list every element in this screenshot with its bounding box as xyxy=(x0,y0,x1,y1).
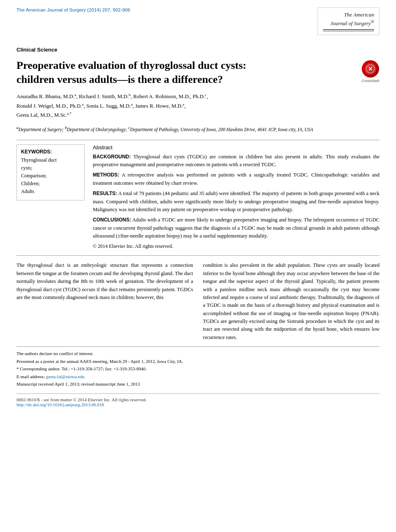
keywords-col: KEYWORDS: Thyroglossal duct cysts; Compa… xyxy=(16,144,85,250)
abstract-title: Abstract xyxy=(93,144,380,151)
journal-citation-link[interactable]: The American Journal of Surgery (2014) 2… xyxy=(16,7,130,12)
journal-logo-title: The American Journal of Surgery® xyxy=(323,11,374,28)
abstract-background: BACKGROUND: Thyroglossal duct cysts (TGD… xyxy=(93,153,380,169)
footnotes-area: The authors declare no conflict of inter… xyxy=(16,346,380,388)
abstract-conclusions: CONCLUSIONS: Adults with a TGDC are more… xyxy=(93,216,380,240)
logo-divider2 xyxy=(323,31,374,31)
divider-1 xyxy=(16,140,380,140)
body-text-row: The thyroglossal duct is an embryologic … xyxy=(16,261,380,341)
main-content: Clinical Science Preoperative evaluation… xyxy=(0,39,396,415)
page-container: The American Journal of Surgery (2014) 2… xyxy=(0,0,396,532)
footnote-corresponding: * Corresponding author. Tel.: +1-319-356… xyxy=(16,365,380,372)
footnote-presented: Presented as a poster at the annual AAES… xyxy=(16,358,380,365)
abstract-methods: METHODS: A retrospective analysis was pe… xyxy=(93,171,380,187)
svg-text:✕: ✕ xyxy=(368,66,373,72)
bottom-issn: 0002-9610/$ - see front matter © 2014 El… xyxy=(16,397,380,402)
keywords-title: KEYWORDS: xyxy=(21,149,80,155)
crossmark-container[interactable]: ✕ CrossMark xyxy=(361,60,380,83)
crossmark-inner: ✕ xyxy=(365,63,376,75)
logo-divider1 xyxy=(323,29,374,30)
bottom-bar: 0002-9610/$ - see front matter © 2014 El… xyxy=(16,393,380,407)
authors: Anuradha R. Bhama, M.D.a, Richard J. Smi… xyxy=(16,92,380,120)
bottom-doi: http://dx.doi.org/10.1016/j.amjsurg.2013… xyxy=(16,402,380,407)
body-right-col: condition is also prevalent in the adult… xyxy=(203,261,380,341)
crossmark-svg: ✕ xyxy=(366,64,375,73)
body-left-col: The thyroglossal duct is an embryologic … xyxy=(16,261,193,341)
abstract-results: RESULTS: A total of 79 patients (44 pedi… xyxy=(93,190,380,214)
keywords-abstract-row: KEYWORDS: Thyroglossal duct cysts; Compa… xyxy=(16,144,380,250)
doi-link[interactable]: http://dx.doi.org/10.1016/j.amjsurg.2013… xyxy=(16,402,104,407)
title-row: Preoperative evaluation of thyroglossal … xyxy=(16,56,380,92)
divider-2 xyxy=(16,255,380,256)
footnote-conflict: The authors declare no conflict of inter… xyxy=(16,350,380,357)
journal-logo-box: The American Journal of Surgery® xyxy=(318,7,380,35)
article-title: Preoperative evaluation of thyroglossal … xyxy=(16,59,264,87)
crossmark-circle: ✕ xyxy=(362,60,379,78)
footnote-received: Manuscript received April 1, 2013; revis… xyxy=(16,381,380,388)
top-header: The American Journal of Surgery (2014) 2… xyxy=(0,0,396,39)
section-label: Clinical Science xyxy=(16,47,380,53)
footnote-email-link[interactable]: geeta-lal@uiowa.edu xyxy=(46,374,85,379)
footnote-email: E-mail address: geeta-lal@uiowa.edu xyxy=(16,373,380,380)
affiliations: aDepartment of Surgery; bDepartment of O… xyxy=(16,125,380,133)
abstract-copyright: © 2014 Elsevier Inc. All rights reserved… xyxy=(93,243,380,250)
keywords-list: Thyroglossal duct cysts; Comparison; Chi… xyxy=(21,156,80,196)
keywords-box: KEYWORDS: Thyroglossal duct cysts; Compa… xyxy=(16,144,85,200)
crossmark-label: CrossMark xyxy=(361,79,380,83)
abstract-col: Abstract BACKGROUND: Thyroglossal duct c… xyxy=(93,144,380,250)
